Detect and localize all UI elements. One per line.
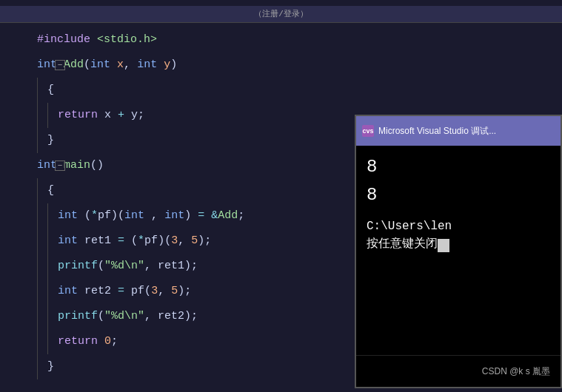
code-token: "%d\n"	[104, 254, 144, 279]
code-token: =	[118, 279, 124, 304]
code-token: ;	[111, 329, 118, 354]
code-token: int	[164, 203, 184, 229]
line-gutter: −	[37, 160, 73, 171]
code-token	[124, 279, 131, 304]
code-token: int	[58, 279, 78, 304]
code-token: {	[47, 178, 54, 203]
code-token: )(	[158, 229, 171, 254]
code-token: (	[84, 53, 90, 78]
console-window: cvs Microsoft Visual Studio 调试... 8 8 C:…	[355, 115, 562, 388]
code-token: Add	[218, 203, 238, 229]
code-token	[98, 329, 104, 354]
code-line: #include <stdio.h>	[37, 27, 562, 53]
code-token	[78, 229, 84, 254]
code-line: −int Add(int x, int y)	[37, 53, 562, 78]
code-token: (	[144, 279, 151, 304]
console-output-1: 8	[367, 153, 550, 181]
code-token: )(	[111, 203, 124, 229]
console-prompt: 按任意键关闭	[367, 235, 550, 253]
code-token: #include	[37, 27, 90, 53]
code-token: =	[198, 203, 204, 229]
console-cursor	[438, 239, 449, 252]
indent-line	[37, 103, 47, 128]
top-bar: （注册/登录）	[0, 6, 562, 23]
code-token	[124, 103, 131, 128]
code-token	[157, 53, 164, 78]
code-token: printf	[58, 304, 98, 329]
code-token: ret2	[158, 304, 184, 329]
code-token: +	[118, 103, 124, 128]
code-token: (	[98, 304, 104, 329]
code-token: &	[211, 203, 218, 229]
code-token: int	[58, 229, 78, 254]
code-token: ,	[144, 304, 158, 329]
code-token: ret2	[84, 279, 111, 304]
code-token	[204, 203, 211, 229]
code-token: ,	[124, 53, 137, 78]
code-token: int	[90, 53, 110, 78]
indent-line	[37, 279, 47, 304]
indent-line	[37, 229, 47, 254]
code-token	[78, 279, 84, 304]
code-token: *	[91, 203, 98, 229]
console-titlebar: cvs Microsoft Visual Studio 调试...	[356, 116, 561, 146]
code-token: x	[104, 103, 111, 128]
code-token	[111, 279, 118, 304]
indent-line	[47, 329, 58, 354]
code-token: ,	[178, 229, 191, 254]
code-token: int	[58, 203, 78, 229]
console-title-icon: cvs	[362, 125, 374, 137]
indent-line	[37, 178, 47, 203]
code-token	[111, 229, 118, 254]
code-token: ret1	[84, 229, 111, 254]
indent-line	[47, 254, 58, 279]
code-token: )	[184, 203, 198, 229]
code-token: ,	[158, 279, 171, 304]
code-token: ()	[90, 153, 104, 178]
code-token: printf	[58, 254, 98, 279]
code-token: *	[138, 229, 144, 254]
code-token	[78, 203, 84, 229]
code-token: {	[47, 78, 54, 103]
code-token: );	[184, 304, 198, 329]
code-token: (	[124, 229, 138, 254]
code-token	[110, 53, 117, 78]
code-token: ret1	[158, 254, 184, 279]
indent-line	[47, 229, 58, 254]
code-token: y	[131, 103, 138, 128]
console-path: C:\Users\len	[367, 217, 550, 235]
code-token: 5	[171, 279, 178, 304]
code-token	[98, 103, 104, 128]
code-token	[90, 27, 97, 53]
code-token: 5	[191, 229, 198, 254]
code-token: int	[137, 53, 157, 78]
indent-line	[47, 203, 58, 229]
editor-area: （注册/登录） #include <stdio.h>−int Add(int x…	[0, 0, 562, 392]
console-footer: CSDN @k s 胤墨	[356, 355, 561, 387]
indent-line	[37, 254, 47, 279]
code-token: 0	[104, 329, 111, 354]
code-token: =	[118, 229, 124, 254]
fold-icon[interactable]: −	[55, 60, 65, 70]
code-token: return	[58, 103, 98, 128]
code-token: (	[98, 254, 104, 279]
code-token: )	[170, 53, 177, 78]
code-token: pf	[131, 279, 144, 304]
indent-line	[37, 78, 47, 103]
code-token: y	[164, 53, 170, 78]
code-token: return	[58, 329, 98, 354]
code-token: pf	[144, 229, 158, 254]
code-token: ;	[238, 203, 244, 229]
code-token: <stdio.h>	[97, 27, 157, 53]
code-token: (	[84, 203, 91, 229]
indent-line	[37, 329, 47, 354]
code-token: ;	[138, 103, 144, 128]
code-token: }	[47, 354, 54, 379]
indent-line	[37, 304, 47, 329]
indent-line	[47, 279, 58, 304]
fold-icon[interactable]: −	[55, 160, 65, 171]
indent-line	[47, 103, 58, 128]
code-token: x	[117, 53, 124, 78]
console-title-text: Microsoft Visual Studio 调试...	[378, 118, 496, 143]
code-token: int	[124, 203, 144, 229]
